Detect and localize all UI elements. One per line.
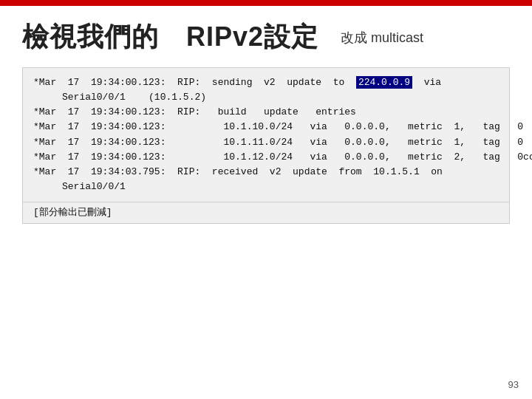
header-bar bbox=[0, 0, 532, 6]
multicast-label: 改成 multicast bbox=[341, 29, 423, 47]
title-row: 檢視我們的 RIPv2設定 改成 multicast bbox=[22, 19, 510, 55]
terminal-box: *Mar 17 19:34:00.123: RIP: sending v2 up… bbox=[22, 67, 510, 202]
terminal-line-3: *Mar 17 19:34:00.123: RIP: build update … bbox=[33, 105, 499, 120]
terminal-line-5: *Mar 17 19:34:00.123: 10.1.11.0/24 via 0… bbox=[33, 135, 499, 150]
terminal-line-8: Serial0/0/1 bbox=[33, 180, 499, 194]
footer-note: [部分輸出已刪減] bbox=[22, 202, 510, 224]
page-content: 檢視我們的 RIPv2設定 改成 multicast *Mar 17 19:34… bbox=[0, 6, 532, 224]
page-number: 93 bbox=[508, 379, 519, 390]
page-title: 檢視我們的 RIPv2設定 bbox=[22, 19, 318, 55]
terminal-line-4: *Mar 17 19:34:00.123: 10.1.10.0/24 via 0… bbox=[33, 120, 499, 134]
terminal-line-7: *Mar 17 19:34:03.795: RIP: received v2 u… bbox=[33, 165, 499, 180]
terminal-line-1: *Mar 17 19:34:00.123: RIP: sending v2 up… bbox=[33, 75, 499, 90]
highlight-ip: 224.0.0.9 bbox=[356, 76, 412, 89]
terminal-line-2: Serial0/0/1 (10.1.5.2) bbox=[33, 90, 499, 105]
terminal-line-6: *Mar 17 19:34:00.123: 10.1.12.0/24 via 0… bbox=[33, 150, 499, 165]
